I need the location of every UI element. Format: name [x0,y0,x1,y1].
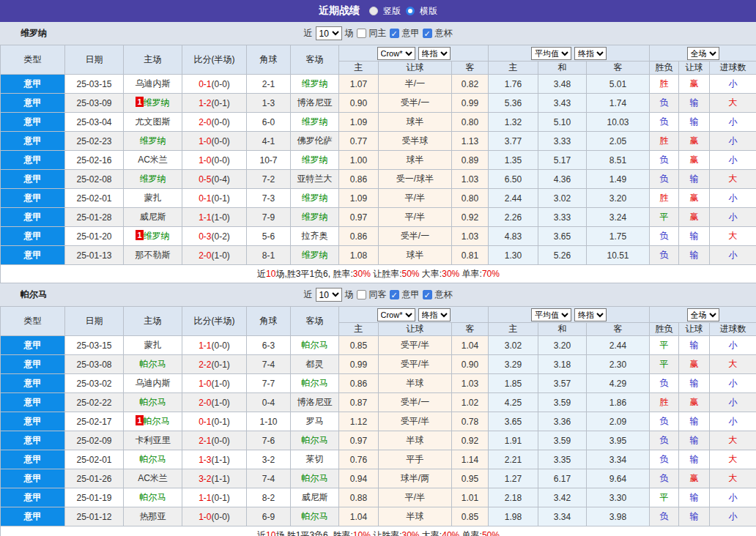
home-team-cell: 1维罗纳 [124,227,182,246]
col-odds-handicap: 让球 [379,62,452,75]
avg-home-cell: 3.29 [489,355,538,374]
league-cell: 意甲 [1,189,65,208]
away-team-cell: 罗马 [291,412,339,431]
final-odds-select-2[interactable]: 终指 [574,47,607,60]
team-name: 维罗纳 [302,78,328,89]
italy-cup-label: 意杯 [435,27,453,40]
handicap-result-cell: 输 [679,170,710,189]
score-cell: 1-2(0-1) [182,94,247,113]
fulltime-group-header: 全场 [650,45,756,62]
corner-cell: 7-6 [247,431,291,450]
horizontal-layout-label[interactable]: 横版 [420,5,437,18]
italy-cup-checkbox[interactable]: ✓ [423,290,432,299]
league-cell: 意甲 [1,208,65,227]
serie-a-checkbox[interactable]: ✓ [390,290,399,299]
avg-away-cell: 10.51 [587,246,650,265]
odds-home-cell: 1.12 [339,412,379,431]
col-score: 比分(半场) [182,307,247,336]
league-cell: 意甲 [1,113,65,132]
same-home-checkbox[interactable] [357,29,366,38]
home-team-cell: 维罗纳 [124,170,182,189]
average-group-header: 平均值终指 [489,45,650,62]
corner-cell: 10-7 [247,151,291,170]
team-name: 帕尔马 [302,378,328,388]
corner-cell: 6-0 [247,113,291,132]
date-cell: 25-01-19 [65,488,124,507]
home-team-cell: AC米兰 [124,151,182,170]
fulltime-select[interactable]: 全场 [687,308,719,321]
result-cell: 负 [650,469,679,488]
odds-home-cell: 1.08 [339,246,379,265]
odds-away-cell: 1.04 [452,336,489,355]
col-result: 胜负 [650,62,679,75]
avg-draw-cell: 3.33 [538,132,587,151]
handicap-result-cell: 输 [679,336,710,355]
corner-cell: 1-10 [247,412,291,431]
recent-count-select[interactable]: 10 [316,288,342,302]
date-cell: 25-02-09 [65,431,124,450]
avg-away-cell: 2.44 [587,336,650,355]
match-row: 意甲25-01-13那不勒斯2-0(1-0)8-1维罗纳1.08球半0.811.… [1,246,756,265]
team-name: AC米兰 [138,155,168,165]
match-row: 意甲25-02-09卡利亚里2-1(0-0)7-6帕尔马0.97半球0.921.… [1,431,756,450]
away-team-cell: 帕尔马 [291,431,339,450]
result-cell: 负 [650,227,679,246]
vertical-layout-label[interactable]: 竖版 [383,5,401,18]
avg-away-cell: 2.30 [587,355,650,374]
corner-cell: 7-7 [247,374,291,393]
fulltime-select[interactable]: 全场 [687,47,719,60]
avg-draw-cell: 3.35 [538,450,587,469]
date-cell: 25-02-16 [65,151,124,170]
goals-cell: 小 [710,336,756,355]
date-cell: 25-01-20 [65,227,124,246]
average-select[interactable]: 平均值 [531,308,571,321]
date-cell: 25-03-08 [65,355,124,374]
italy-cup-checkbox[interactable]: ✓ [423,29,432,38]
date-cell: 25-02-01 [65,189,124,208]
final-odds-select-2[interactable]: 终指 [574,308,607,321]
vertical-layout-radio[interactable] [369,7,378,15]
serie-a-checkbox[interactable]: ✓ [390,29,399,38]
odds-home-cell: 1.04 [339,507,379,526]
summary-segment: 单率: [459,269,482,279]
avg-home-cell: 2.26 [489,208,538,227]
goals-cell: 小 [710,507,756,526]
bookmaker-group-header: Crow*终指 [339,45,489,62]
match-row: 意甲25-01-28威尼斯1-1(1-0)7-9维罗纳0.97平/半0.922.… [1,208,756,227]
score-cell: 0-5(0-4) [182,170,247,189]
corner-cell: 7-2 [247,170,291,189]
match-row: 意甲25-03-08帕尔马2-2(0-1)7-4都灵0.99受平/半0.903.… [1,355,756,374]
same-away-checkbox[interactable] [357,290,366,299]
recent-count-select[interactable]: 10 [316,26,342,40]
odds-home-cell: 0.77 [339,132,379,151]
league-cell: 意甲 [1,412,65,431]
avg-home-cell: 3.77 [489,132,538,151]
team-name: 帕尔马 [140,454,166,464]
horizontal-layout-radio[interactable] [406,7,415,15]
final-odds-select[interactable]: 终指 [418,47,451,60]
same-away-label: 同客 [369,289,387,301]
average-select[interactable]: 平均值 [531,47,571,60]
summary-segment: 50% [402,269,420,279]
score-cell: 0-3(0-2) [182,227,247,246]
rank-badge: 1 [136,97,143,107]
odds-handicap-cell: 半球 [379,507,452,526]
odds-away-cell: 0.80 [452,189,489,208]
summary-segment: 近 [257,530,266,536]
match-row: 意甲25-03-15乌迪内斯0-1(0-0)2-1维罗纳1.07半/一0.821… [1,75,756,94]
summary-segment: 40% [442,530,459,536]
col-type: 类型 [1,307,65,336]
corner-cell: 7-4 [247,355,291,374]
score-cell: 1-0(0-0) [182,132,247,151]
record-summary: 近10场,胜3平1负6, 胜率:30% 让胜率:50% 大率:30% 单率:70… [1,265,756,283]
league-cell: 意甲 [1,170,65,189]
bookmaker-select[interactable]: Crow* [377,47,415,60]
league-cell: 意甲 [1,469,65,488]
team-name: 维罗纳 [302,193,328,203]
goals-cell: 小 [710,113,756,132]
same-home-label: 同主 [369,27,387,40]
bookmaker-select[interactable]: Crow* [377,308,415,321]
score-cell: 1-0(0-0) [182,151,247,170]
team-name: 帕尔马 [140,359,166,369]
final-odds-select[interactable]: 终指 [418,308,451,321]
